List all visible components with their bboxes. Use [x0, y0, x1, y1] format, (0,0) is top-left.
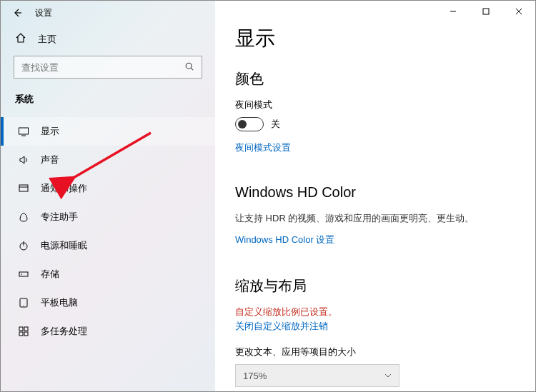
color-heading: 颜色: [235, 69, 515, 89]
svg-rect-8: [19, 327, 23, 331]
sidebar-item-label: 专注助手: [41, 211, 78, 223]
maximize-button[interactable]: [470, 1, 502, 22]
night-light-state: 关: [271, 118, 280, 131]
search-input[interactable]: [21, 62, 179, 73]
main-panel: 显示 颜色 夜间模式 关 夜间模式设置 Windows HD Color 让支持…: [215, 1, 535, 391]
category-label: 系统: [1, 86, 215, 113]
sidebar-item-label: 平板电脑: [41, 296, 78, 309]
sidebar-item-label: 显示: [41, 125, 59, 138]
sidebar-item-display[interactable]: 显示: [1, 117, 215, 146]
settings-window: 设置 主页 系统 显示 声音: [0, 0, 536, 392]
svg-rect-2: [19, 185, 28, 191]
hd-color-settings-link[interactable]: Windows HD Color 设置: [235, 233, 515, 246]
hd-color-desc: 让支持 HDR 的视频、游戏和应用的画面更明亮、更生动。: [235, 211, 515, 226]
titlebar-left: 设置: [1, 1, 215, 25]
sidebar-item-focus[interactable]: 专注助手: [1, 203, 215, 231]
svg-point-5: [21, 273, 22, 275]
scale-warning: 自定义缩放比例已设置。: [235, 306, 515, 318]
sidebar-item-label: 通知和操作: [41, 182, 87, 195]
notifications-icon: [18, 183, 29, 194]
scale-turnoff-link[interactable]: 关闭自定义缩放并注销: [235, 320, 515, 333]
multitask-icon: [18, 326, 29, 337]
window-controls: [437, 1, 535, 22]
scale-text-label: 更改文本、应用等项目的大小: [235, 346, 515, 358]
sidebar-item-label: 多任务处理: [41, 325, 87, 338]
content: 显示 颜色 夜间模式 关 夜间模式设置 Windows HD Color 让支持…: [215, 1, 535, 387]
svg-rect-12: [483, 9, 489, 14]
sidebar-item-notifications[interactable]: 通知和操作: [1, 174, 215, 203]
svg-rect-1: [19, 128, 29, 134]
page-title: 显示: [235, 25, 515, 52]
sidebar-item-storage[interactable]: 存储: [1, 260, 215, 288]
night-light-toggle[interactable]: [235, 117, 264, 131]
sidebar-item-sound[interactable]: 声音: [1, 146, 215, 174]
scale-value: 175%: [243, 371, 267, 381]
display-icon: [18, 126, 29, 137]
search-container: [1, 51, 215, 86]
minimize-button[interactable]: [437, 1, 470, 22]
sidebar-item-label: 电源和睡眠: [41, 239, 87, 252]
power-icon: [18, 240, 29, 251]
scale-dropdown[interactable]: 175%: [235, 364, 399, 387]
sidebar-item-multitask[interactable]: 多任务处理: [1, 317, 215, 346]
scale-heading: 缩放与布局: [235, 276, 515, 296]
home-label: 主页: [38, 33, 56, 46]
focus-icon: [18, 211, 29, 223]
chevron-down-icon: [384, 371, 392, 381]
app-title: 设置: [35, 7, 52, 19]
svg-rect-11: [24, 332, 28, 336]
sidebar-item-label: 声音: [41, 154, 59, 166]
night-light-toggle-row: 关: [235, 117, 515, 131]
sidebar-nav: 显示 声音 通知和操作 专注助手 电源和睡眠 存储: [1, 117, 215, 346]
sidebar-item-power[interactable]: 电源和睡眠: [1, 231, 215, 260]
sidebar: 设置 主页 系统 显示 声音: [1, 1, 215, 391]
night-light-label: 夜间模式: [235, 99, 515, 111]
sound-icon: [18, 154, 29, 166]
svg-rect-4: [19, 272, 28, 276]
search-icon: [184, 61, 194, 74]
svg-point-7: [23, 305, 24, 306]
svg-point-0: [186, 63, 192, 69]
close-button[interactable]: [502, 1, 535, 22]
night-light-settings-link[interactable]: 夜间模式设置: [235, 141, 515, 154]
svg-rect-9: [24, 327, 28, 331]
home-icon: [15, 32, 26, 46]
search-box[interactable]: [14, 56, 202, 79]
tablet-icon: [18, 297, 29, 308]
home-button[interactable]: 主页: [1, 25, 215, 51]
hd-color-heading: Windows HD Color: [235, 184, 515, 201]
sidebar-item-label: 存储: [41, 268, 59, 281]
sidebar-item-tablet[interactable]: 平板电脑: [1, 288, 215, 317]
back-button[interactable]: [12, 8, 22, 18]
svg-rect-10: [19, 332, 23, 336]
storage-icon: [18, 268, 29, 280]
